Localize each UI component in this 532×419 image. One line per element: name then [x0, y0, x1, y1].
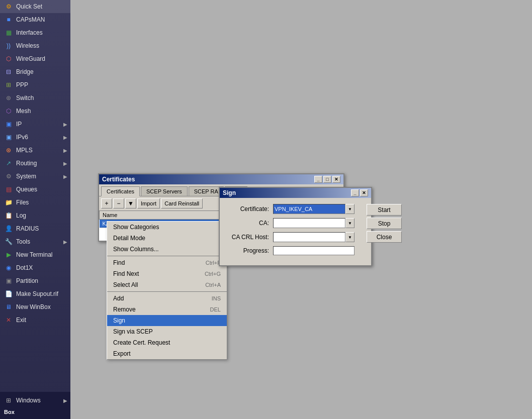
- sidebar-item-label: WireGuard: [16, 55, 45, 62]
- sidebar-item-mesh[interactable]: ⬡ Mesh: [0, 104, 70, 118]
- sidebar-item-wireless[interactable]: )) Wireless: [0, 39, 70, 52]
- certificate-label: Certificate:: [228, 205, 273, 213]
- ctx-select-all[interactable]: Select All Ctrl+A: [107, 279, 227, 290]
- mpls-icon: ⊛: [4, 146, 13, 155]
- sidebar-item-label: CAPsMAN: [16, 16, 45, 23]
- interfaces-icon: ▦: [4, 28, 13, 37]
- ctx-export[interactable]: Export: [107, 348, 227, 359]
- sign-dialog-body: Certificate: ▼ CA: ▼ CA CRL Host: [220, 198, 371, 265]
- ca-select-wrapper: ▼: [273, 218, 354, 228]
- import-button[interactable]: Import: [137, 198, 160, 208]
- chevron-right-icon: ▶: [63, 122, 67, 127]
- maximize-button[interactable]: □: [323, 176, 331, 183]
- sign-close-button[interactable]: ✕: [360, 189, 368, 196]
- ctx-sign-via-scep[interactable]: Sign via SCEP: [107, 326, 227, 337]
- ca-crl-host-input[interactable]: [273, 232, 345, 242]
- sign-ca-crl-host-row: CA CRL Host: ▼: [228, 232, 354, 242]
- exit-icon: ✕: [4, 316, 13, 325]
- sidebar-item-radius[interactable]: 👤 RADIUS: [0, 222, 70, 235]
- sidebar-item-label: MPLS: [16, 147, 33, 154]
- sidebar-item-queues[interactable]: ▤ Queues: [0, 183, 70, 196]
- sidebar-item-interfaces[interactable]: ▦ Interfaces: [0, 26, 70, 39]
- card-reinstall-button[interactable]: Card Reinstall: [161, 198, 203, 208]
- sidebar-item-routing[interactable]: ↗ Routing ▶: [0, 157, 70, 170]
- partition-icon: ▣: [4, 276, 13, 285]
- sidebar-item-label: New Terminal: [16, 251, 52, 258]
- log-icon: 📋: [4, 211, 13, 220]
- radius-icon: 👤: [4, 224, 13, 233]
- sign-ca-row: CA: ▼: [228, 218, 354, 228]
- ca-dropdown-button[interactable]: ▼: [345, 218, 354, 228]
- sidebar-item-system[interactable]: ⚙ System ▶: [0, 170, 70, 183]
- progress-label: Progress:: [228, 247, 273, 254]
- capsman-icon: ■: [4, 15, 13, 24]
- ctx-show-categories[interactable]: Show Categories: [107, 222, 227, 233]
- sign-titlebar: Sign _ ✕: [220, 188, 371, 198]
- ipv6-icon: ▣: [4, 133, 13, 142]
- sidebar-item-dot1x[interactable]: ◉ Dot1X: [0, 261, 70, 274]
- sidebar-item-bridge[interactable]: ⊟ Bridge: [0, 65, 70, 78]
- sidebar-item-label: IPv6: [16, 134, 28, 141]
- sidebar-item-capsman[interactable]: ■ CAPsMAN: [0, 13, 70, 26]
- stop-button[interactable]: Stop: [367, 218, 402, 229]
- ctx-show-columns[interactable]: Show Columns...: [107, 244, 227, 255]
- sidebar-item-exit[interactable]: ✕ Exit: [0, 313, 70, 327]
- ctx-detail-mode[interactable]: Detail Mode: [107, 233, 227, 244]
- quick-set-icon: ⚙: [4, 2, 13, 11]
- ctx-separator-1: [107, 256, 227, 256]
- ctx-find-next[interactable]: Find Next Ctrl+G: [107, 268, 227, 279]
- supout-icon: 📄: [4, 289, 13, 298]
- ctx-sign[interactable]: Sign: [107, 315, 227, 326]
- chevron-right-icon: ▶: [63, 148, 67, 153]
- close-button[interactable]: ✕: [332, 176, 340, 183]
- certificates-titlebar: Certificates _ □ ✕: [99, 174, 343, 184]
- sidebar-item-windows[interactable]: ⊞ Windows ▶: [0, 394, 70, 407]
- certificate-input[interactable]: [273, 204, 345, 214]
- sidebar-item-ip[interactable]: ▣ IP ▶: [0, 118, 70, 131]
- sidebar-item-switch[interactable]: ⊛ Switch: [0, 91, 70, 104]
- sidebar-item-ipv6[interactable]: ▣ IPv6 ▶: [0, 131, 70, 144]
- ctx-create-cert-request[interactable]: Create Cert. Request: [107, 337, 227, 348]
- add-button[interactable]: +: [101, 198, 112, 208]
- sidebar-item-tools[interactable]: 🔧 Tools ▶: [0, 235, 70, 248]
- minimize-button[interactable]: _: [314, 176, 322, 183]
- sidebar-item-quick-set[interactable]: ⚙ Quick Set: [0, 0, 70, 13]
- filter-icon: ▼: [128, 200, 134, 207]
- sign-dialog: Sign _ ✕ Certificate: ▼ CA:: [219, 187, 372, 266]
- chevron-right-icon: ▶: [63, 135, 67, 140]
- tab-scep-servers[interactable]: SCEP Servers: [141, 186, 188, 196]
- ca-crl-host-dropdown-button[interactable]: ▼: [345, 232, 354, 242]
- queues-icon: ▤: [4, 185, 13, 194]
- remove-button[interactable]: −: [113, 198, 124, 208]
- sidebar-item-label: RADIUS: [16, 225, 39, 232]
- certificate-dropdown-button[interactable]: ▼: [345, 204, 354, 214]
- context-menu: Show Categories Detail Mode Show Columns…: [107, 221, 227, 360]
- sidebar-item-mpls[interactable]: ⊛ MPLS ▶: [0, 144, 70, 157]
- filter-button[interactable]: ▼: [125, 198, 136, 208]
- ctx-find[interactable]: Find Ctrl+F: [107, 257, 227, 268]
- start-button[interactable]: Start: [367, 204, 402, 216]
- sidebar-item-partition[interactable]: ▣ Partition: [0, 274, 70, 287]
- sidebar-item-log[interactable]: 📋 Log: [0, 209, 70, 222]
- sign-minimize-button[interactable]: _: [351, 189, 359, 196]
- routing-icon: ↗: [4, 159, 13, 168]
- ctx-add[interactable]: Add INS: [107, 293, 227, 304]
- sidebar-item-files[interactable]: 📁 Files: [0, 196, 70, 209]
- sidebar-item-label: Bridge: [16, 68, 34, 75]
- sidebar-item-new-terminal[interactable]: ▶ New Terminal: [0, 248, 70, 261]
- ca-input[interactable]: [273, 218, 345, 228]
- sidebar-item-label: Make Supout.rif: [16, 290, 58, 297]
- sidebar-item-label: Partition: [16, 277, 38, 284]
- chevron-right-icon: ▶: [63, 239, 67, 245]
- sidebar-item-label: Queues: [16, 186, 37, 193]
- sidebar-item-make-supout[interactable]: 📄 Make Supout.rif: [0, 287, 70, 300]
- winbox-icon: 🖥: [4, 302, 13, 311]
- sidebar-item-ppp[interactable]: ⊞ PPP: [0, 78, 70, 91]
- close-dialog-button[interactable]: Close: [367, 231, 402, 243]
- sidebar-item-new-winbox[interactable]: 🖥 New WinBox: [0, 300, 70, 313]
- sidebar-item-label: Interfaces: [16, 29, 43, 36]
- sidebar-item-label: PPP: [16, 81, 28, 88]
- tab-certificates[interactable]: Certificates: [101, 186, 140, 196]
- sidebar-item-wireguard[interactable]: ⬡ WireGuard: [0, 52, 70, 65]
- ctx-remove[interactable]: Remove DEL: [107, 304, 227, 315]
